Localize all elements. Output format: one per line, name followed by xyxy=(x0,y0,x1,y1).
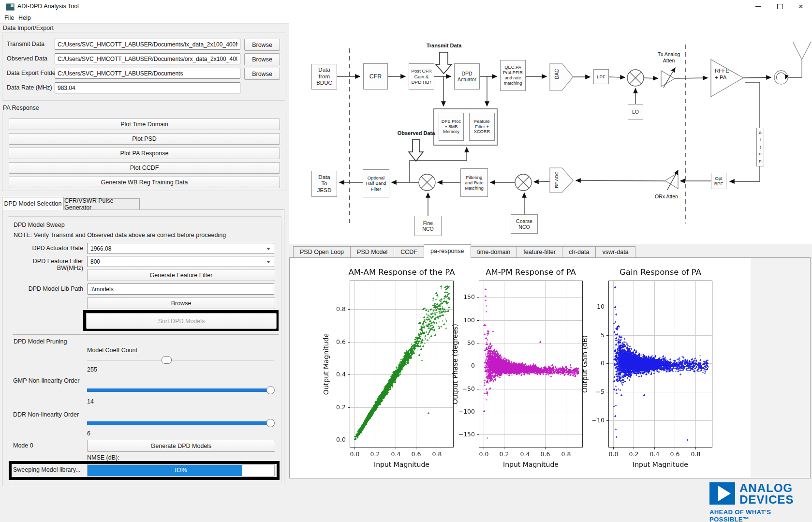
menu-file[interactable]: File xyxy=(4,15,14,21)
node-dac-label: DAC xyxy=(554,65,560,83)
data-rate-input[interactable] xyxy=(55,82,240,93)
chevron-down-icon xyxy=(266,248,270,250)
plot-ccdf-button[interactable]: Plot CCDF xyxy=(9,162,280,174)
observed-data-label: Observed Data xyxy=(393,130,439,136)
ddr-order-label: DDR Non-linearity Order xyxy=(13,411,79,418)
sweep-progress-bar: 83% xyxy=(87,464,275,477)
coeff-slider-thumb[interactable] xyxy=(162,356,172,364)
export-folder-label: Data Export Folder xyxy=(7,70,58,76)
data-rate-label: Data Rate (MHz) xyxy=(7,84,52,91)
adi-logo-icon xyxy=(709,482,735,505)
group-label-import-export: Data Import/Export xyxy=(3,25,54,31)
node-post-cfr: Post CFR Gain & DPD HB↑ xyxy=(409,63,434,90)
filter-bw-value: 800 xyxy=(90,258,100,265)
tx-mixer-icon xyxy=(627,70,644,86)
gmp-order-value: 14 xyxy=(87,398,94,405)
plot-psd-button[interactable]: Plot PSD xyxy=(9,133,280,145)
node-cfr: CFR xyxy=(363,63,388,89)
generate-wb-reg-button[interactable]: Generate WB Reg Training Data xyxy=(9,177,280,188)
logo-tagline: AHEAD OF WHAT'S POSSIBLE™ xyxy=(709,508,812,522)
plot-time-domain-button[interactable]: Plot Time Domain xyxy=(9,119,280,130)
sweep-note: NOTE: Verify Transmit and Observed data … xyxy=(14,232,226,239)
tab-cfr-data[interactable]: cfr-data xyxy=(562,246,596,258)
node-opt-bpf: Opt BPF xyxy=(711,173,726,189)
node-tx-atten-label: Tx Analog Atten xyxy=(654,51,684,63)
circulator-icon xyxy=(774,71,788,84)
node-orx-atten-label: ORx Atten xyxy=(652,194,681,200)
rf-adc-icon xyxy=(550,168,573,193)
transmit-browse-button[interactable]: Browse xyxy=(244,39,280,51)
gmp-slider-fill xyxy=(87,388,268,392)
gmp-slider-thumb[interactable] xyxy=(266,386,275,394)
actuator-rate-combobox[interactable]: 1966.08 xyxy=(87,243,274,254)
orx-atten-amp-icon xyxy=(665,173,678,189)
pruning-label: DPD Model Pruning xyxy=(14,338,67,345)
node-lo: LO xyxy=(628,104,643,119)
plot-tab-bar: PSD Open Loop PSD Model CCDF pa-response… xyxy=(293,244,635,258)
chevron-down-icon xyxy=(266,261,270,263)
export-browse-button[interactable]: Browse xyxy=(244,68,280,80)
node-feature-filter: Feature Filter + XCORR xyxy=(469,113,495,141)
logo-line1: ANALOG xyxy=(739,482,793,494)
node-fine-nco: Fine NCO xyxy=(414,216,442,236)
filter-bw-label: DPD Feature Filter BW(MHz) xyxy=(10,258,83,271)
coeff-slider-track[interactable] xyxy=(87,360,274,361)
tab-vswr-data[interactable]: vswr-data xyxy=(595,246,635,258)
am-pm-scatter-canvas xyxy=(443,260,589,469)
tab-feature-filter[interactable]: feature-filter xyxy=(517,246,562,258)
tab-pa-response[interactable]: pa-response xyxy=(424,244,471,258)
tab-psd-open-loop[interactable]: PSD Open Loop xyxy=(293,246,351,258)
transmit-data-input[interactable] xyxy=(55,39,240,50)
node-data-from-bduc: Data from BDUC xyxy=(311,64,337,89)
minimize-icon xyxy=(755,6,761,7)
minimize-button[interactable] xyxy=(747,0,769,13)
node-data-to-jesd: Data To JESD xyxy=(311,171,337,197)
logo-line2: DEVICES xyxy=(739,494,794,506)
actuator-rate-value: 1966.08 xyxy=(90,245,111,252)
observed-browse-button[interactable]: Browse xyxy=(244,53,280,65)
antenna-icon xyxy=(793,42,811,77)
tab-ccdf[interactable]: CCDF xyxy=(394,246,424,258)
dac-icon xyxy=(550,63,573,90)
node-filtering: Filtering and Rate Matching xyxy=(460,168,488,197)
export-folder-input[interactable] xyxy=(55,68,240,79)
plot-pa-response-button[interactable]: Plot PA Response xyxy=(9,148,280,159)
mode-label: Mode 0 xyxy=(13,442,33,449)
coeff-count-value: 255 xyxy=(87,366,97,373)
ddr-order-value: 6 xyxy=(87,430,90,437)
observed-data-input[interactable] xyxy=(55,53,240,64)
progress-label: Sweeping Model library... xyxy=(13,466,80,473)
ddr-slider-thumb[interactable] xyxy=(266,419,275,427)
tab-cfr-vswr[interactable]: CFR/VSWR Pulse Generator xyxy=(64,198,140,210)
gmp-order-label: GMP Non-linearity Order xyxy=(13,377,79,384)
tab-time-domain[interactable]: time-domain xyxy=(471,246,517,258)
sweep-title: DPD Model Sweep xyxy=(14,222,65,228)
maximize-icon xyxy=(777,4,783,9)
tab-dpd-model-selection[interactable]: DPD Model Selection xyxy=(2,197,64,210)
menu-help[interactable]: Help xyxy=(18,15,31,21)
menubar: File Help xyxy=(0,13,812,24)
sort-dpd-models-button[interactable]: Sort DPD Models xyxy=(86,313,277,329)
lib-browse-button[interactable]: Browse xyxy=(87,297,275,309)
divider xyxy=(13,334,279,335)
node-atten: a t t e n xyxy=(756,128,764,166)
maximize-button[interactable] xyxy=(769,0,791,13)
coeff-count-label: Model Coeff Count xyxy=(87,347,137,354)
close-button[interactable]: ✕ xyxy=(790,0,812,13)
node-coarse-nco: Coarse NCO xyxy=(511,214,538,234)
close-icon: ✕ xyxy=(798,3,804,10)
tab-psd-model[interactable]: PSD Model xyxy=(350,246,394,258)
tx-atten-amp-icon xyxy=(661,71,675,87)
observed-data-arrow-icon xyxy=(409,139,423,161)
transmit-data-label: Transmit Data xyxy=(420,43,468,49)
generate-dpd-models-button[interactable]: Generate DPD Models xyxy=(87,440,275,452)
window-title: ADI-DPD Analysis Tool xyxy=(17,3,79,10)
transmit-data-arrow-icon xyxy=(436,52,452,74)
generate-feature-filter-button[interactable]: Generate Feature Filter xyxy=(87,269,275,281)
lib-path-input[interactable] xyxy=(87,283,274,295)
actuator-rate-label: DPD Actuator Rate xyxy=(10,245,83,252)
titlebar: ADI-DPD Analysis Tool ✕ xyxy=(0,0,812,13)
node-dpd-actuator: DPD Actuator xyxy=(454,63,480,89)
node-rffe-label: RFFE + PA xyxy=(715,68,735,81)
filter-bw-combobox[interactable]: 800 xyxy=(87,256,274,267)
